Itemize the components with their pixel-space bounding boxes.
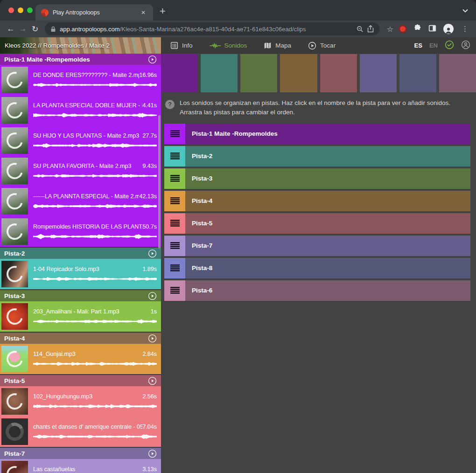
track-header[interactable]: Pista-4 bbox=[0, 333, 161, 344]
breadcrumb[interactable]: Kleos 2022 // Rompemoldes / Maite 2 bbox=[5, 42, 110, 49]
drag-handle[interactable] bbox=[164, 146, 185, 167]
drag-handle[interactable] bbox=[164, 191, 185, 211]
track-header[interactable]: Pista-2 bbox=[0, 248, 161, 259]
track-section: Pista-5102_Hunguhungu.mp32.56schants et … bbox=[0, 375, 161, 447]
track-play-button[interactable] bbox=[148, 376, 157, 385]
reload-button[interactable]: ↻ bbox=[29, 24, 41, 34]
clip-waveform bbox=[33, 81, 157, 89]
clip-item[interactable]: SU PLANTA FAVORITA - Maite 2.mp39.43s bbox=[0, 156, 161, 186]
track-row[interactable]: Pista-1 Maite -Rompemoldes bbox=[164, 124, 470, 144]
track-color-swatch[interactable] bbox=[161, 54, 198, 92]
loading-spinner-icon bbox=[4, 221, 26, 243]
side-panel-icon[interactable] bbox=[428, 24, 436, 34]
track-row[interactable]: Pista-8 bbox=[164, 258, 470, 278]
tab-tocar[interactable]: Tocar bbox=[308, 42, 336, 50]
track-row[interactable]: Pista-6 bbox=[164, 280, 470, 301]
back-button[interactable]: ← bbox=[5, 24, 17, 34]
track-color-swatch[interactable] bbox=[201, 54, 238, 92]
lang-en-button[interactable]: EN bbox=[429, 42, 438, 49]
browser-toolbar: ← → ↻ app.antropoloops.com/Kleos-Santa-M… bbox=[0, 21, 476, 37]
drag-handle[interactable] bbox=[164, 124, 185, 144]
track-color-swatch[interactable] bbox=[280, 54, 317, 92]
track-title: Pista-2 bbox=[4, 250, 25, 257]
extensions-puzzle-icon[interactable] bbox=[413, 24, 421, 34]
track-header[interactable]: Pista-7 bbox=[0, 448, 161, 459]
track-color-swatch[interactable] bbox=[240, 54, 277, 92]
bookmark-star-icon[interactable]: ☆ bbox=[387, 25, 393, 34]
track-row-label: Pista-3 bbox=[185, 168, 212, 189]
drag-handle[interactable] bbox=[164, 168, 185, 189]
track-row[interactable]: Pista-7 bbox=[164, 236, 470, 256]
drag-handle[interactable] bbox=[164, 213, 185, 234]
close-window-button[interactable] bbox=[8, 7, 14, 13]
tab-search-chevron-icon[interactable] bbox=[462, 7, 469, 16]
lang-es-button[interactable]: ES bbox=[414, 42, 422, 49]
clip-thumbnail bbox=[1, 97, 28, 124]
clip-text-row: 114_Gunjai.mp32.84s bbox=[33, 351, 157, 357]
track-play-button[interactable] bbox=[148, 292, 157, 300]
track-color-swatch[interactable] bbox=[320, 54, 357, 92]
minimize-window-button[interactable] bbox=[18, 7, 23, 13]
track-color-swatch[interactable] bbox=[439, 54, 476, 92]
clip-item[interactable]: 114_Gunjai.mp32.84s bbox=[0, 344, 161, 374]
track-row-label: Pista-5 bbox=[185, 213, 212, 234]
forward-button[interactable]: → bbox=[17, 24, 29, 34]
track-color-swatch[interactable] bbox=[399, 54, 436, 92]
tracks-sidebar: Pista-1 Maite -RompemoldesDE DONDE ERES?… bbox=[0, 54, 161, 473]
play-circle-icon bbox=[148, 292, 157, 300]
tab-mapa[interactable]: Mapa bbox=[264, 42, 291, 49]
track-row[interactable]: Pista-2 bbox=[164, 146, 470, 167]
play-circle-icon bbox=[148, 55, 157, 64]
track-play-button[interactable] bbox=[148, 249, 157, 258]
track-play-button[interactable] bbox=[148, 449, 157, 458]
clip-item[interactable]: SU HIJO Y LAS PLANTAS - Maite 2.mp327.7s bbox=[0, 125, 161, 156]
clip-text-row: Rompemoldes HISTORIA DE LAS PLANTAS...50… bbox=[33, 223, 157, 230]
clip-item[interactable]: chants et danses d' amerique centrale - … bbox=[0, 417, 161, 447]
clip-item[interactable]: 203_Amalihani - Mali: Part 1.mp31s bbox=[0, 301, 161, 332]
track-play-button[interactable] bbox=[148, 55, 157, 64]
track-row-label: Pista-4 bbox=[185, 191, 212, 211]
favicon-icon bbox=[41, 9, 49, 16]
browser-menu-icon[interactable]: ⋮ bbox=[462, 25, 469, 33]
clip-body: 203_Amalihani - Mali: Part 1.mp31s bbox=[33, 308, 157, 325]
map-preview-banner[interactable]: Kleos 2022 // Rompemoldes / Maite 2 bbox=[0, 37, 161, 54]
clip-item[interactable]: Las castañuelas3.13s bbox=[0, 459, 161, 473]
clip-item[interactable]: 1-04 Repicador Solo.mp31.89s bbox=[0, 259, 161, 289]
track-play-button[interactable] bbox=[148, 334, 157, 343]
track-row[interactable]: Pista-5 bbox=[164, 213, 470, 234]
clip-item[interactable]: DE DONDE ERES???????? - Maite 2.mp316.96… bbox=[0, 65, 161, 95]
drag-handle[interactable] bbox=[164, 258, 185, 278]
clip-duration: 9.43s bbox=[142, 163, 157, 169]
clip-item[interactable]: Rompemoldes HISTORIA DE LAS PLANTAS...50… bbox=[0, 216, 161, 247]
clip-item[interactable]: LA PLANTA ESPECIAL DOBLE MUJER - Mai...4… bbox=[0, 95, 161, 125]
account-icon[interactable] bbox=[461, 40, 470, 51]
recording-indicator-icon[interactable] bbox=[400, 26, 406, 32]
track-section: Pista-7Las castañuelas3.13s bbox=[0, 448, 161, 473]
drag-handle[interactable] bbox=[164, 280, 185, 301]
sidebar-scrollbar[interactable] bbox=[158, 115, 161, 249]
new-tab-button[interactable]: + bbox=[160, 5, 166, 17]
clip-item[interactable]: ------LA PLANNTA ESPECIAL - Maite 2.mp34… bbox=[0, 186, 161, 216]
track-header[interactable]: Pista-1 Maite -Rompemoldes bbox=[0, 54, 161, 65]
track-row[interactable]: Pista-4 bbox=[164, 191, 470, 211]
tab-close-icon[interactable]: ✕ bbox=[139, 8, 147, 17]
play-circle-icon bbox=[148, 249, 157, 258]
tab-sonidos[interactable]: Sonidos bbox=[210, 42, 247, 49]
browser-tab[interactable]: Play Antropoloops ✕ bbox=[35, 4, 153, 21]
clip-name: 1-04 Repicador Solo.mp3 bbox=[33, 266, 142, 272]
zoom-window-button[interactable] bbox=[27, 7, 33, 13]
track-header[interactable]: Pista-5 bbox=[0, 375, 161, 386]
track-color-swatch[interactable] bbox=[360, 54, 397, 92]
saved-check-icon[interactable] bbox=[445, 40, 454, 51]
zoom-page-icon[interactable] bbox=[357, 26, 364, 33]
clip-item[interactable]: 102_Hunguhungu.mp32.56s bbox=[0, 386, 161, 417]
clip-name: chants et danses d' amerique centrale - … bbox=[33, 424, 142, 430]
lock-icon bbox=[50, 26, 56, 32]
address-bar[interactable]: app.antropoloops.com/Kleos-Santa-Marina/… bbox=[45, 22, 379, 35]
share-icon[interactable] bbox=[367, 25, 374, 33]
track-row[interactable]: Pista-3 bbox=[164, 168, 470, 189]
tab-info[interactable]: Info bbox=[170, 42, 193, 49]
drag-handle[interactable] bbox=[164, 236, 185, 256]
profile-avatar[interactable] bbox=[443, 24, 454, 34]
track-header[interactable]: Pista-3 bbox=[0, 290, 161, 301]
